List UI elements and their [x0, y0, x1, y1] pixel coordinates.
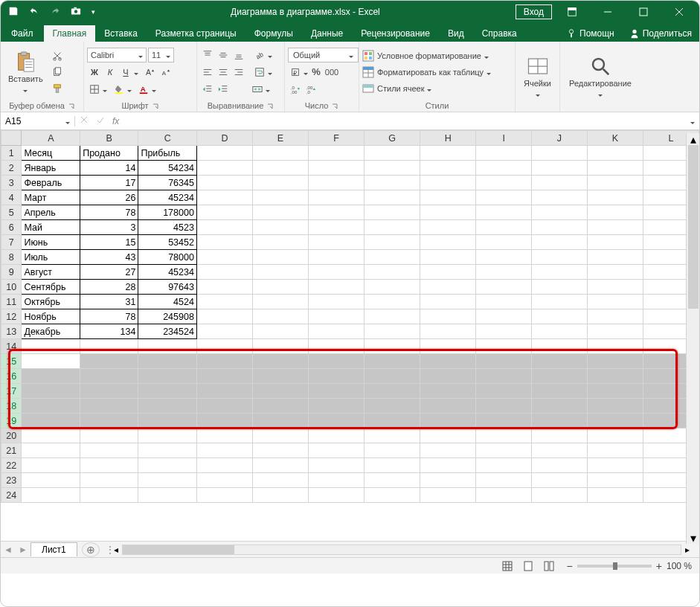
number-launcher-icon[interactable]	[331, 102, 338, 109]
column-header[interactable]: G	[365, 131, 420, 146]
cell[interactable]	[587, 220, 643, 235]
tab-справка[interactable]: Справка	[473, 25, 526, 42]
row-header[interactable]: 16	[1, 369, 22, 384]
align-middle-icon[interactable]	[216, 48, 231, 62]
cell[interactable]	[80, 443, 138, 458]
row-header[interactable]: 9	[1, 265, 22, 280]
row-header[interactable]: 22	[1, 458, 22, 473]
accounting-format-icon[interactable]: ₽	[288, 65, 303, 80]
cell[interactable]	[365, 339, 420, 354]
cell[interactable]	[365, 250, 420, 265]
cell[interactable]: Октябрь	[22, 295, 80, 309]
cell[interactable]	[587, 190, 643, 205]
cell[interactable]	[309, 473, 365, 488]
cell[interactable]	[365, 176, 420, 190]
cell[interactable]	[532, 384, 588, 399]
row-header[interactable]: 7	[1, 235, 22, 250]
cell[interactable]	[196, 384, 252, 399]
cell[interactable]	[532, 146, 588, 161]
cell[interactable]	[309, 146, 365, 161]
cell[interactable]	[587, 309, 643, 324]
cell[interactable]	[80, 458, 138, 473]
cell[interactable]: Июль	[22, 250, 80, 265]
cell[interactable]	[365, 414, 420, 428]
cut-icon[interactable]	[50, 48, 65, 63]
cell[interactable]	[253, 220, 309, 235]
paste-button[interactable]: Вставить	[4, 49, 48, 95]
cell[interactable]	[587, 235, 643, 250]
cell[interactable]	[532, 488, 588, 503]
cell[interactable]	[138, 443, 196, 458]
maximize-button[interactable]	[628, 1, 659, 23]
cell[interactable]: Май	[22, 220, 80, 235]
undo-icon[interactable]	[29, 6, 39, 19]
save-icon[interactable]	[8, 6, 19, 19]
row-header[interactable]: 1	[1, 146, 22, 161]
cell[interactable]	[476, 443, 532, 458]
cell[interactable]	[420, 384, 476, 399]
cell[interactable]: Июнь	[22, 235, 80, 250]
cell[interactable]	[253, 161, 309, 176]
cell[interactable]	[532, 176, 588, 190]
cell[interactable]	[587, 250, 643, 265]
name-box[interactable]: A15	[1, 116, 75, 126]
cell[interactable]	[196, 488, 252, 503]
cell[interactable]	[420, 369, 476, 384]
font-color-icon[interactable]: A	[136, 82, 151, 97]
cell[interactable]	[365, 428, 420, 443]
row-header[interactable]: 14	[1, 339, 22, 354]
column-header[interactable]: D	[196, 131, 252, 146]
cancel-formula-icon[interactable]	[80, 115, 89, 126]
row-header[interactable]: 10	[1, 280, 22, 295]
cell[interactable]	[309, 280, 365, 295]
cell[interactable]	[196, 428, 252, 443]
page-break-view-icon[interactable]	[539, 558, 559, 574]
cell[interactable]: 31	[80, 295, 138, 309]
cell[interactable]	[22, 428, 80, 443]
cell[interactable]	[365, 488, 420, 503]
cell[interactable]	[196, 176, 252, 190]
number-format-select[interactable]: Общий	[288, 48, 359, 62]
row-header[interactable]: 3	[1, 176, 22, 190]
cell[interactable]: 3	[80, 220, 138, 235]
cell[interactable]	[420, 235, 476, 250]
tab-file[interactable]: Файл	[1, 25, 44, 42]
cell[interactable]	[80, 428, 138, 443]
tab-формулы[interactable]: Формулы	[245, 25, 302, 42]
cell[interactable]	[420, 339, 476, 354]
cell[interactable]: 45234	[138, 265, 196, 280]
cell[interactable]	[196, 473, 252, 488]
cell[interactable]	[532, 428, 588, 443]
ribbon-display-options-icon[interactable]	[556, 1, 588, 23]
cell[interactable]	[253, 354, 309, 369]
row-header[interactable]: 21	[1, 443, 22, 458]
cell[interactable]	[80, 384, 138, 399]
cell[interactable]	[476, 205, 532, 220]
cell[interactable]	[587, 384, 643, 399]
cell[interactable]	[22, 458, 80, 473]
cell[interactable]	[138, 473, 196, 488]
cell[interactable]: 14	[80, 161, 138, 176]
cell[interactable]	[309, 190, 365, 205]
cell[interactable]: 245908	[138, 309, 196, 324]
cell[interactable]	[196, 324, 252, 339]
column-header[interactable]: C	[138, 131, 196, 146]
cell[interactable]: Апрель	[22, 205, 80, 220]
cell[interactable]	[365, 280, 420, 295]
cell[interactable]	[420, 443, 476, 458]
cell[interactable]	[253, 205, 309, 220]
cell[interactable]	[420, 176, 476, 190]
cell[interactable]: 76345	[138, 176, 196, 190]
row-header[interactable]: 8	[1, 250, 22, 265]
cell[interactable]	[587, 369, 643, 384]
cell[interactable]	[476, 295, 532, 309]
column-header[interactable]: F	[309, 131, 365, 146]
sheet-nav-prev-icon[interactable]: ◄	[1, 545, 16, 555]
fx-label[interactable]: fx	[112, 116, 119, 126]
cell[interactable]: 26	[80, 190, 138, 205]
cell[interactable]	[587, 473, 643, 488]
cell[interactable]	[196, 265, 252, 280]
cell[interactable]	[80, 354, 138, 369]
cell[interactable]	[253, 458, 309, 473]
cell[interactable]	[420, 220, 476, 235]
